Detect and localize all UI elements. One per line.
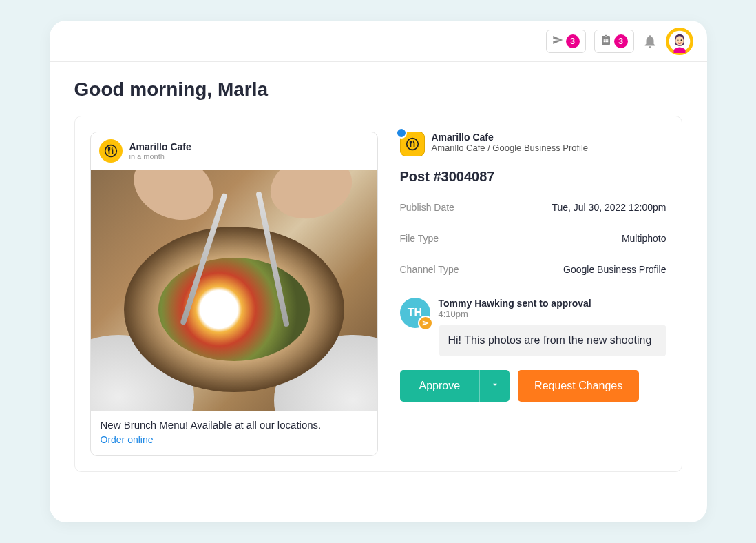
post-id: Post #3004087 — [400, 169, 666, 185]
preview-image — [91, 170, 377, 411]
publish-date-label: Publish Date — [400, 202, 454, 213]
greeting: Good morning, Marla — [74, 79, 682, 101]
sent-badge: 3 — [566, 34, 580, 48]
details-account: Amarillo Cafe — [432, 132, 589, 143]
post-details: Amarillo Cafe Amarillo Cafe / Google Bus… — [400, 132, 666, 456]
request-changes-button[interactable]: Request Changes — [518, 370, 639, 402]
clipboard-icon — [600, 34, 611, 48]
app-window: 3 3 Good morning, Marla — [50, 21, 707, 522]
tasks-badge: 3 — [614, 34, 628, 48]
details-header: Amarillo Cafe Amarillo Cafe / Google Bus… — [400, 132, 666, 156]
preview-account: Amarillo Cafe — [129, 141, 191, 152]
svg-point-4 — [105, 145, 116, 157]
svg-point-1 — [675, 36, 684, 45]
activity: TH Tommy Hawking sent to approval 4:10pm… — [400, 285, 666, 356]
activity-action: Tommy Hawking sent to approval — [439, 298, 666, 309]
user-avatar[interactable] — [666, 28, 693, 55]
channel-type-label: Channel Type — [400, 264, 459, 275]
file-type-value: Multiphoto — [622, 233, 666, 244]
file-type-label: File Type — [400, 233, 439, 244]
action-buttons: Approve Request Changes — [400, 370, 666, 402]
paper-plane-icon — [552, 34, 563, 48]
row-publish-date: Publish Date Tue, Jul 30, 2022 12:00pm — [400, 192, 666, 223]
preview-timing: in a month — [129, 152, 191, 161]
chevron-down-icon — [490, 380, 500, 391]
publish-date-value: Tue, Jul 30, 2022 12:00pm — [552, 202, 666, 213]
activity-message: Hi! This photos are from the new shootin… — [439, 325, 666, 356]
preview-caption: New Brunch Menu! Available at all our lo… — [101, 419, 368, 431]
details-breadcrumb: Amarillo Cafe / Google Business Profile — [432, 143, 589, 153]
sent-mini-icon — [418, 316, 433, 331]
tasks-button[interactable]: 3 — [594, 30, 634, 53]
approve-dropdown-button[interactable] — [479, 370, 510, 402]
activity-avatar: TH — [400, 298, 430, 328]
approve-button[interactable]: Approve — [400, 370, 480, 402]
row-file-type: File Type Multiphoto — [400, 223, 666, 254]
post-preview-card: Amarillo Cafe in a month New Brunch Menu… — [90, 132, 378, 456]
channel-mini-icon — [396, 127, 407, 139]
main-content: Good morning, Marla Amarillo Cafe in a m… — [50, 62, 707, 522]
approval-panel: Amarillo Cafe in a month New Brunch Menu… — [74, 116, 682, 472]
order-online-link[interactable]: Order online — [101, 434, 154, 445]
svg-point-5 — [406, 139, 418, 150]
sent-button[interactable]: 3 — [546, 30, 586, 53]
approve-button-group: Approve — [400, 370, 510, 402]
svg-point-2 — [677, 39, 678, 41]
svg-point-3 — [680, 39, 682, 41]
notifications-button[interactable] — [642, 34, 658, 49]
cafe-logo-icon — [99, 139, 123, 163]
channel-type-value: Google Business Profile — [563, 264, 666, 275]
row-channel-type: Channel Type Google Business Profile — [400, 254, 666, 285]
activity-time: 4:10pm — [439, 309, 666, 319]
preview-header: Amarillo Cafe in a month — [91, 132, 377, 170]
topbar: 3 3 — [50, 21, 707, 62]
